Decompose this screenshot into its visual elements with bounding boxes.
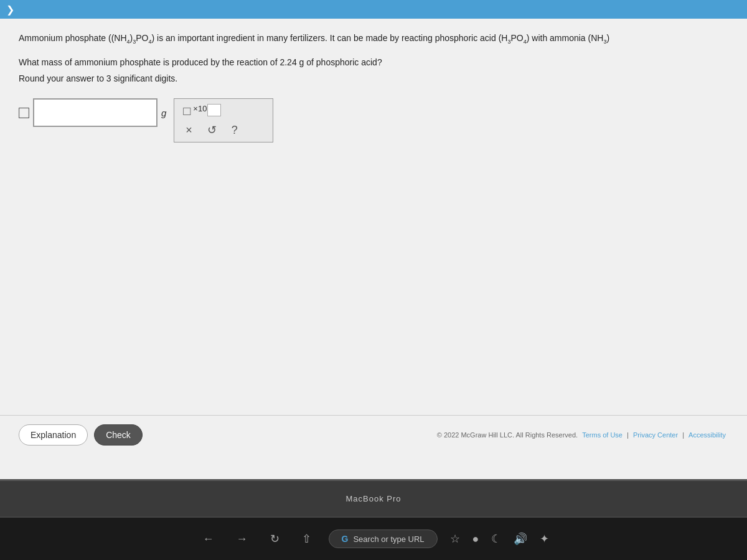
sci-checkbox: □ bbox=[183, 104, 190, 118]
answer-input[interactable] bbox=[33, 98, 157, 127]
undo-button[interactable]: ↺ bbox=[205, 123, 219, 137]
laptop-label: MacBook Pro bbox=[345, 494, 401, 503]
help-button[interactable]: ? bbox=[229, 124, 240, 137]
question-text: What mass of ammonium phosphate is produ… bbox=[19, 57, 728, 67]
check-button[interactable]: Check bbox=[94, 424, 143, 446]
separator-2: | bbox=[682, 431, 684, 439]
terms-link[interactable]: Terms of Use bbox=[582, 431, 622, 439]
extensions-icon[interactable]: ● bbox=[472, 533, 479, 546]
formula-phosphoric-acid: (H3PO4) bbox=[499, 33, 532, 43]
clear-button[interactable]: × bbox=[183, 124, 195, 137]
taskbar: ← → ↻ ⇧ G Search or type URL ☆ ● ☾ 🔊 ✦ bbox=[0, 516, 747, 560]
laptop-body: MacBook Pro bbox=[0, 479, 747, 516]
moon-icon[interactable]: ☾ bbox=[491, 532, 501, 546]
formula-ammonia: (NH3) bbox=[588, 33, 610, 43]
sci-top-row: □ ×10 bbox=[183, 104, 264, 118]
intro-text: Ammonium phosphate bbox=[19, 33, 108, 43]
accessibility-link[interactable]: Accessibility bbox=[688, 431, 726, 439]
sci-buttons-row: × ↺ ? bbox=[183, 123, 264, 137]
search-placeholder-text: Search or type URL bbox=[353, 534, 424, 544]
round-instruction: Round your answer to 3 significant digit… bbox=[19, 73, 728, 83]
answer-bracket-open: □ bbox=[19, 103, 29, 123]
copyright-text: © 2022 McGraw Hill LLC. All Rights Reser… bbox=[437, 431, 578, 439]
connector-text: with ammonia bbox=[532, 33, 588, 43]
copyright-area: © 2022 McGraw Hill LLC. All Rights Reser… bbox=[437, 431, 728, 439]
answer-row: □ g □ ×10 × ↺ ? bbox=[19, 98, 728, 142]
sci-notation-box: □ ×10 × ↺ ? bbox=[174, 98, 273, 142]
taskbar-search-bar[interactable]: G Search or type URL bbox=[329, 530, 438, 548]
bottom-buttons: Explanation Check bbox=[19, 424, 143, 446]
problem-description: Ammonium phosphate ((NH4)3PO4) is an imp… bbox=[19, 31, 728, 46]
chevron-down-icon[interactable]: ❯ bbox=[6, 4, 14, 16]
x10-text: ×10 bbox=[193, 104, 207, 113]
screen-area: Ammonium phosphate ((NH4)3PO4) is an imp… bbox=[0, 19, 747, 479]
privacy-link[interactable]: Privacy Center bbox=[633, 431, 678, 439]
explanation-button[interactable]: Explanation bbox=[19, 424, 88, 446]
home-button[interactable]: ⇧ bbox=[297, 530, 316, 548]
bottom-action-area: Explanation Check © 2022 McGraw Hill LLC… bbox=[0, 415, 747, 454]
formula-ammonium-phosphate: ((NH4)3PO4) bbox=[108, 33, 157, 43]
answer-box: □ g bbox=[19, 98, 166, 127]
settings-icon[interactable]: ✦ bbox=[540, 532, 549, 546]
volume-icon[interactable]: 🔊 bbox=[514, 532, 527, 546]
sci-exponent-input[interactable] bbox=[207, 104, 221, 116]
back-button[interactable]: ← bbox=[198, 530, 219, 548]
sci-x10-label: ×10 bbox=[193, 104, 221, 116]
middle-text: is an important ingredient in many ferti… bbox=[157, 33, 499, 43]
star-icon[interactable]: ☆ bbox=[450, 532, 460, 546]
top-bar: ❯ bbox=[0, 0, 747, 19]
google-icon: G bbox=[342, 534, 349, 544]
forward-button[interactable]: → bbox=[232, 530, 253, 548]
separator-1: | bbox=[627, 431, 629, 439]
reload-button[interactable]: ↻ bbox=[265, 530, 284, 548]
unit-label: g bbox=[161, 108, 166, 118]
